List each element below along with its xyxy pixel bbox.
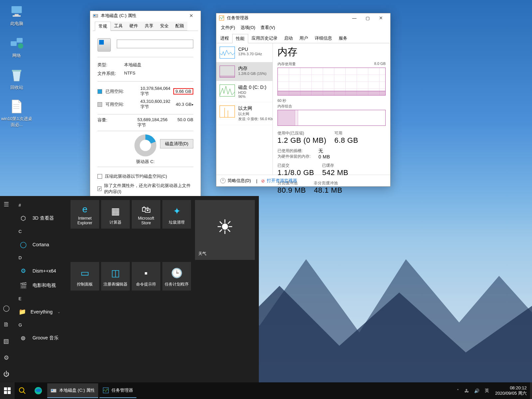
task-manager-window: 任务管理器 — ▢ ✕ 文件(F) 选项(O) 查看(V) 进程 性能 应用历史… <box>216 13 391 187</box>
start-app-list[interactable]: # ⬡3D 查看器 C ◯Cortana D ⚙Dism++x64 🎬电影和电视… <box>13 196 67 382</box>
app-groove[interactable]: ⊚Groove 音乐 <box>14 331 65 345</box>
tab-tools[interactable]: 工具 <box>111 22 126 31</box>
app-3d-viewer[interactable]: ⬡3D 查看器 <box>14 211 65 226</box>
close-button[interactable]: ✕ <box>185 13 198 18</box>
collapse-icon[interactable]: ⌃ <box>220 178 226 183</box>
app-dism[interactable]: ⚙Dism++x64 <box>14 264 65 278</box>
list-letter[interactable]: # <box>14 199 65 211</box>
tile-ie[interactable]: eInternet Explorer <box>71 200 99 229</box>
memory-stats: 使用中(已压缩)1.2 GB (0 MB) 可用6.8 GB 已使用的插槽:为硬… <box>277 130 386 198</box>
close-button[interactable]: ✕ <box>374 15 388 21</box>
maximize-button[interactable]: ▢ <box>361 16 374 21</box>
window-title: 任务管理器 <box>227 15 348 21</box>
music-icon: ⊚ <box>19 333 28 343</box>
tile-regedit[interactable]: ◫注册表编辑器 <box>101 262 130 291</box>
menu-view[interactable]: 查看(V) <box>259 24 277 31</box>
taskbar-clock[interactable]: 08:20:12 2020/09/05 周六 <box>492 385 530 396</box>
tray-volume-icon[interactable]: 🔊 <box>474 388 479 393</box>
broom-icon: ✦ <box>173 203 181 220</box>
show-desktop-button[interactable] <box>530 382 532 399</box>
ie-icon: e <box>82 203 88 216</box>
list-letter[interactable]: C <box>14 226 65 237</box>
search-button[interactable] <box>15 382 30 399</box>
tab-users[interactable]: 用户 <box>296 34 311 43</box>
desktop-this-pc[interactable]: 此电脑 <box>0 3 33 27</box>
cortana-icon: ◯ <box>19 240 28 249</box>
tab-startup[interactable]: 启动 <box>281 34 296 43</box>
tab-general[interactable]: 常规 <box>95 22 111 31</box>
tab-performance[interactable]: 性能 <box>232 34 248 43</box>
menu-options[interactable]: 选项(O) <box>239 24 258 31</box>
svg-rect-0 <box>11 6 22 13</box>
tile-calculator[interactable]: ▦计算器 <box>101 200 130 229</box>
properties-titlebar[interactable]: 本地磁盘 (C:) 属性 ✕ <box>90 11 201 20</box>
app-cortana[interactable]: ◯Cortana <box>14 237 65 252</box>
terminal-icon: ▪ <box>144 265 148 282</box>
tab-services[interactable]: 服务 <box>335 34 351 43</box>
app-movies[interactable]: 🎬电影和电视 <box>14 278 65 293</box>
perf-ethernet[interactable]: 以太网以太网发送: 0 接收: 56.0 Kbps <box>216 102 272 125</box>
tile-task-scheduler[interactable]: 🕒任务计划程序 <box>162 262 191 291</box>
disk-cleanup-button[interactable]: 磁盘清理(D) <box>160 139 193 148</box>
hamburger-icon[interactable]: ☰ <box>4 201 9 208</box>
window-title: 本地磁盘 (C:) 属性 <box>101 13 185 19</box>
tab-app-history[interactable]: 应用历史记录 <box>248 34 281 43</box>
tray-network-icon[interactable]: 🖧 <box>464 388 469 393</box>
svg-rect-1 <box>15 14 19 15</box>
memory-usage-chart <box>277 68 386 96</box>
tab-details[interactable]: 详细信息 <box>311 34 335 43</box>
tile-store[interactable]: 🛍Microsoft Store <box>132 200 160 229</box>
index-checkbox[interactable]: ✓除了文件属性外，还允许索引此驱动器上文件的内容(I) <box>97 181 193 196</box>
drive-label-input[interactable] <box>117 40 193 48</box>
menu-file[interactable]: 文件(F) <box>219 24 237 31</box>
settings-rail-icon[interactable]: ⚙ <box>4 354 9 361</box>
tile-control-panel[interactable]: ▭控制面板 <box>71 262 99 291</box>
tab-processes[interactable]: 进程 <box>217 34 232 43</box>
tile-weather[interactable]: ☀天气 <box>195 200 255 260</box>
desktop-text-file[interactable]: win10第1次进桌面必... <box>0 99 33 128</box>
list-letter[interactable]: G <box>14 319 65 331</box>
start-button[interactable] <box>0 382 15 399</box>
list-letter[interactable]: D <box>14 252 65 264</box>
time-axis-label: 60 秒 <box>277 98 286 103</box>
edge-button[interactable] <box>30 382 47 399</box>
fs-value: NTFS <box>124 71 135 77</box>
brief-details-button[interactable]: 简略信息(D) <box>228 178 251 184</box>
user-icon[interactable]: ◯ <box>3 304 10 312</box>
drive-caption: 驱动器 C: <box>97 159 193 165</box>
tray-chevron-up-icon[interactable]: ˄ <box>457 388 459 393</box>
clock-icon: 🕒 <box>171 265 183 282</box>
tile-cmd[interactable]: ▪命令提示符 <box>132 262 160 291</box>
svg-rect-16 <box>8 387 11 390</box>
compress-checkbox[interactable]: 压缩此驱动器以节约磁盘空间(C) <box>97 172 193 181</box>
app-everything[interactable]: 📁Everything⌄ <box>14 304 65 319</box>
drive-icon <box>93 13 98 18</box>
taskmgr-tabs: 进程 性能 应用历史记录 启动 用户 详细信息 服务 <box>217 34 390 43</box>
taskbar-app-taskmgr[interactable]: 任务管理器 <box>99 383 136 398</box>
taskbar-app-properties[interactable]: 本地磁盘 (C:) 属性 <box>47 383 98 398</box>
svg-point-5 <box>18 43 23 49</box>
documents-icon[interactable]: 🗎 <box>3 321 9 328</box>
desktop-network[interactable]: 网络 <box>0 35 33 59</box>
tab-hardware[interactable]: 硬件 <box>126 22 141 31</box>
minimize-button[interactable]: — <box>348 16 361 21</box>
tab-security[interactable]: 安全 <box>157 22 172 31</box>
mini-disk-chart <box>220 85 235 97</box>
tile-cleanup[interactable]: ✦垃圾清理 <box>162 200 191 229</box>
ime-indicator[interactable]: 英 <box>485 388 489 394</box>
desktop-recycle-bin[interactable]: 回收站 <box>0 67 33 91</box>
mini-mem-chart <box>220 66 235 78</box>
pictures-icon[interactable]: ▧ <box>3 337 9 345</box>
folder-icon: 📁 <box>19 307 26 316</box>
capacity-bytes: 53,689,184,256 字节 <box>131 117 170 128</box>
used-label: 已用空间: <box>105 89 130 95</box>
perf-disk[interactable]: 磁盘 0 (C: D:)HDD96% <box>216 81 272 102</box>
perf-cpu[interactable]: CPU13% 3.70 GHz <box>216 43 272 62</box>
power-icon[interactable]: ⏻ <box>3 371 9 378</box>
open-resource-monitor-link[interactable]: 打开资源监视器 <box>267 178 297 184</box>
tab-quota[interactable]: 配额 <box>172 22 187 31</box>
tab-sharing[interactable]: 共享 <box>141 22 157 31</box>
perf-memory[interactable]: 内存1.2/8.0 GB (15%) <box>216 62 272 81</box>
list-letter[interactable]: E <box>14 293 65 304</box>
taskmgr-titlebar[interactable]: 任务管理器 — ▢ ✕ <box>216 13 390 23</box>
